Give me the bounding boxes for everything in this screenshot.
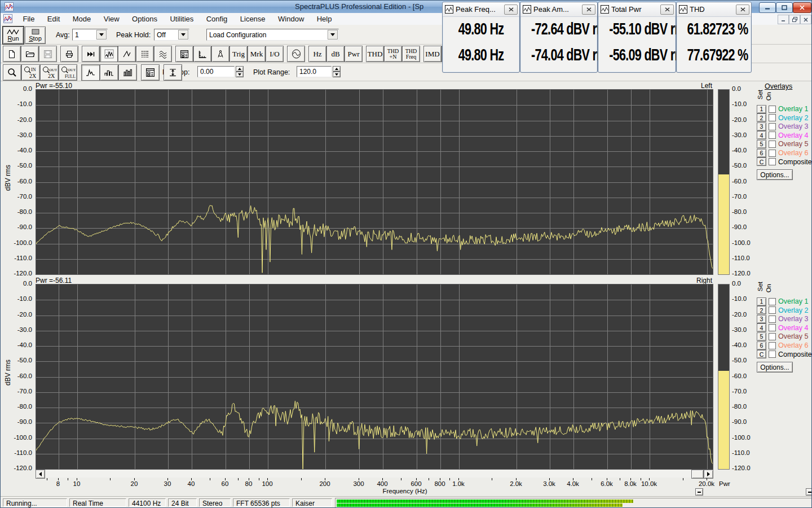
overlay-on-checkbox-3[interactable] (769, 123, 776, 130)
panel-close-button[interactable] (660, 5, 674, 15)
thdn-button[interactable]: THD+N (384, 46, 402, 62)
scaling-button[interactable] (193, 46, 211, 62)
overlay-options-button[interactable]: Options... (757, 169, 793, 180)
print-button[interactable] (60, 46, 78, 62)
peak-hold-select[interactable]: Off (154, 29, 189, 41)
plot-canvas[interactable] (36, 89, 713, 275)
hz-button[interactable]: Hz (308, 46, 326, 62)
plot-options-button[interactable] (141, 64, 160, 81)
overlay-set-button-6[interactable]: 6 (757, 341, 766, 350)
run-button[interactable]: Run (3, 27, 24, 44)
panel-titlebar[interactable]: Total Pwr (598, 2, 676, 17)
splitter-button-left[interactable] (695, 488, 703, 496)
menu-window[interactable]: Window (273, 13, 309, 25)
overlay-on-checkbox-6[interactable] (769, 342, 776, 349)
menu-license[interactable]: License (235, 13, 271, 25)
overlay-set-button-4[interactable]: 4 (757, 323, 766, 332)
overlay-set-button-3[interactable]: 3 (757, 315, 766, 323)
overlay-set-button-1[interactable]: 1 (757, 297, 766, 306)
chevron-down-icon[interactable] (178, 30, 188, 40)
plot-range-input[interactable]: 120.0 (297, 66, 332, 77)
zoom-in-2x-button[interactable]: IN2X (21, 64, 40, 81)
overlay-set-button-4[interactable]: 4 (757, 131, 766, 139)
mdi-restore-button[interactable] (789, 15, 800, 24)
spectrogram-view-button[interactable] (136, 46, 154, 62)
overlay-on-checkbox-2[interactable] (769, 114, 776, 121)
mdi-minimize-button[interactable] (778, 15, 789, 24)
mdi-close-button[interactable] (800, 15, 811, 24)
panel-close-button[interactable] (736, 5, 749, 15)
spin-up-icon[interactable] (333, 66, 341, 72)
menu-config[interactable]: Config (201, 13, 233, 25)
panel-titlebar[interactable]: THD (677, 2, 751, 17)
signal-generator-button[interactable] (287, 46, 305, 62)
marker-button[interactable]: Mrk (248, 46, 266, 62)
document-window-icon[interactable] (3, 14, 12, 23)
chevron-down-icon[interactable] (328, 30, 338, 40)
window-minimize-button[interactable] (759, 2, 776, 13)
menu-help[interactable]: Help (312, 13, 337, 25)
overlay-on-checkbox-1[interactable] (769, 298, 776, 305)
fast-forward-button[interactable] (82, 46, 100, 62)
overlay-on-checkbox-5[interactable] (769, 333, 776, 340)
window-maximize-button[interactable] (776, 2, 793, 13)
app-icon[interactable] (5, 2, 14, 11)
db-button[interactable]: dB (326, 46, 345, 62)
overlay-on-checkbox-6[interactable] (769, 150, 776, 157)
zoom-out-2x-button[interactable]: OUT2X (40, 64, 59, 81)
load-configuration-select[interactable]: Load Configuration (206, 29, 339, 41)
avg-select[interactable]: 1 (72, 29, 108, 41)
zoom-button[interactable] (3, 64, 21, 81)
trigger-button[interactable]: Trig (230, 46, 248, 62)
overlay-set-button-1[interactable]: 1 (757, 105, 766, 113)
panel-close-button[interactable] (582, 5, 595, 15)
overlay-on-checkbox-4[interactable] (769, 324, 776, 331)
overlay-on-checkbox-2[interactable] (769, 306, 776, 314)
plot-type-bars-button[interactable] (118, 64, 137, 81)
vertical-range-button[interactable] (164, 64, 182, 81)
overlay-set-button-2[interactable]: 2 (757, 113, 766, 122)
spin-up-icon[interactable] (236, 66, 244, 72)
save-button[interactable] (39, 46, 57, 62)
overlay-options-button[interactable]: Options... (757, 362, 793, 373)
menu-view[interactable]: View (99, 13, 125, 25)
overlay-set-button-5[interactable]: 5 (757, 332, 766, 341)
surface-view-button[interactable] (154, 46, 172, 62)
panel-titlebar[interactable]: Peak Freq... (443, 2, 519, 17)
menu-mode[interactable]: Mode (68, 13, 96, 25)
zoom-out-full-button[interactable]: OUTFULL (59, 64, 77, 81)
overlay-on-checkbox-C[interactable] (769, 351, 776, 358)
overlay-on-checkbox-5[interactable] (769, 141, 776, 148)
pwr-button[interactable]: Pwr (345, 46, 363, 62)
scroll-left-button[interactable] (36, 470, 45, 479)
processing-settings-button[interactable] (175, 46, 193, 62)
scroll-right-button[interactable] (704, 470, 713, 479)
calibration-button[interactable] (211, 46, 230, 62)
io-button[interactable]: I/O (266, 46, 284, 62)
overlay-set-button-6[interactable]: 6 (757, 149, 766, 157)
thdfreq-button[interactable]: THDFreq (402, 46, 420, 62)
overlay-set-button-C[interactable]: C (757, 350, 766, 358)
plot-range-spinner[interactable] (333, 66, 341, 77)
panel-close-button[interactable] (504, 5, 518, 15)
window-close-button[interactable] (793, 2, 811, 13)
overlay-set-button-5[interactable]: 5 (757, 140, 766, 148)
waveform-view-button[interactable] (118, 46, 136, 62)
menu-file[interactable]: File (17, 13, 39, 25)
panel-titlebar[interactable]: Peak Am... (520, 2, 597, 17)
overlay-set-button-2[interactable]: 2 (757, 306, 766, 314)
open-file-button[interactable] (21, 46, 39, 62)
overlay-on-checkbox-C[interactable] (769, 158, 776, 165)
new-file-button[interactable] (3, 46, 21, 62)
plot-top-input[interactable]: 0.00 (197, 66, 235, 77)
spin-down-icon[interactable] (333, 72, 341, 77)
overlay-on-checkbox-1[interactable] (769, 106, 776, 113)
overlay-set-button-3[interactable]: 3 (757, 122, 766, 131)
chevron-down-icon[interactable] (96, 30, 107, 40)
splitter-button-right[interactable] (806, 488, 812, 496)
overlay-set-button-C[interactable]: C (757, 157, 766, 166)
menu-utilities[interactable]: Utilities (165, 13, 198, 25)
overlay-on-checkbox-3[interactable] (769, 316, 776, 323)
plot-h-scrollbar[interactable] (36, 470, 712, 478)
thd-button[interactable]: THD (366, 46, 384, 62)
